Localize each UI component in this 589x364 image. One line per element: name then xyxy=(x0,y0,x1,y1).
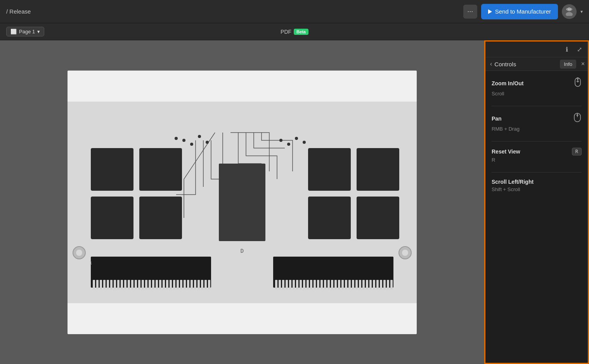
page-icon: ⬜ xyxy=(10,29,17,35)
reset-control: Reset View R R xyxy=(492,148,582,163)
svg-rect-92 xyxy=(383,280,386,290)
svg-rect-40 xyxy=(142,280,144,290)
breadcrumb: / Release xyxy=(6,8,463,15)
pan-description: RMB + Drag xyxy=(492,126,582,132)
svg-rect-44 xyxy=(156,280,158,290)
svg-point-15 xyxy=(206,141,209,144)
svg-rect-8 xyxy=(139,148,182,191)
svg-point-18 xyxy=(287,143,290,146)
svg-rect-52 xyxy=(184,280,186,290)
svg-rect-69 xyxy=(303,280,305,290)
svg-rect-85 xyxy=(359,280,361,290)
svg-rect-79 xyxy=(338,280,340,290)
expand-icon: ⤢ xyxy=(577,46,582,53)
svg-rect-65 xyxy=(289,280,291,290)
divider-1 xyxy=(492,106,582,106)
app-header: / Release ··· Send to Manufacturer xyxy=(0,0,589,23)
panel-title: Controls xyxy=(494,61,516,67)
pcb-viewer[interactable]: D 1 xyxy=(68,71,417,334)
svg-rect-23 xyxy=(308,197,351,239)
svg-text:1: 1 xyxy=(90,261,92,265)
scroll-lr-label: Scroll Left/Right xyxy=(492,179,534,185)
pan-row: Pan xyxy=(492,112,582,124)
play-icon xyxy=(488,9,492,14)
info-icon-button[interactable]: ℹ xyxy=(561,44,572,55)
svg-rect-90 xyxy=(376,280,379,290)
pdf-label-group: PDF Beta xyxy=(281,29,308,35)
zoom-label: Zoom In/Out xyxy=(492,80,523,86)
svg-rect-84 xyxy=(355,280,358,290)
more-button[interactable]: ··· xyxy=(463,5,477,19)
svg-rect-62 xyxy=(279,280,281,290)
svg-rect-49 xyxy=(173,280,175,290)
svg-rect-83 xyxy=(352,280,354,290)
svg-rect-76 xyxy=(327,280,330,290)
svg-point-17 xyxy=(279,139,282,142)
svg-rect-38 xyxy=(135,280,137,290)
svg-rect-75 xyxy=(324,280,326,290)
svg-rect-26 xyxy=(93,280,95,290)
zoom-row: Zoom In/Out xyxy=(492,77,582,89)
svg-rect-39 xyxy=(138,280,140,290)
svg-point-12 xyxy=(182,139,185,142)
expand-button[interactable]: ⤢ xyxy=(574,44,585,55)
svg-rect-53 xyxy=(187,280,189,290)
svg-rect-91 xyxy=(380,280,382,290)
svg-rect-50 xyxy=(177,280,179,290)
svg-point-98 xyxy=(402,250,408,256)
svg-rect-47 xyxy=(166,280,168,290)
svg-rect-54 xyxy=(191,280,193,290)
svg-rect-74 xyxy=(320,280,323,290)
pan-control: Pan RMB + Drag xyxy=(492,112,582,132)
svg-rect-46 xyxy=(163,280,165,290)
svg-rect-67 xyxy=(296,280,298,290)
panel-close-button[interactable]: × xyxy=(581,60,585,67)
svg-rect-64 xyxy=(286,280,288,290)
svg-rect-86 xyxy=(362,280,365,290)
svg-rect-93 xyxy=(387,280,389,290)
svg-rect-36 xyxy=(128,280,130,290)
svg-rect-56 xyxy=(197,280,200,290)
svg-rect-78 xyxy=(334,280,337,290)
svg-rect-22 xyxy=(357,148,399,191)
svg-rect-31 xyxy=(110,280,113,290)
svg-rect-72 xyxy=(314,280,316,290)
canvas-area[interactable]: D 1 xyxy=(0,40,484,364)
svg-rect-63 xyxy=(282,280,284,290)
svg-rect-33 xyxy=(117,280,120,290)
svg-point-14 xyxy=(198,135,201,138)
svg-rect-61 xyxy=(275,280,277,290)
svg-rect-7 xyxy=(91,148,133,191)
panel-header: ‹ Controls Info × xyxy=(485,57,588,71)
toolbar: ⬜ Page 1 ▾ PDF Beta xyxy=(0,23,589,40)
controls-panel: ℹ ⤢ ‹ Controls Info × Zoom In/Out xyxy=(484,40,589,364)
avatar-icon xyxy=(564,5,575,18)
svg-rect-11 xyxy=(219,164,265,241)
reset-row: Reset View R xyxy=(492,148,582,155)
reset-label: Reset View xyxy=(492,148,520,155)
svg-rect-28 xyxy=(100,280,102,290)
back-button[interactable]: ‹ xyxy=(490,60,492,67)
svg-rect-71 xyxy=(310,280,312,290)
send-to-manufacturer-button[interactable]: Send to Manufacturer xyxy=(481,4,558,19)
main-area: D 1 ℹ ⤢ ‹ Controls Info × xyxy=(0,40,589,364)
svg-rect-48 xyxy=(170,280,172,290)
panel-top-bar: ℹ ⤢ xyxy=(485,41,588,57)
scroll-lr-description: Shift + Scroll xyxy=(492,186,582,192)
svg-point-19 xyxy=(295,137,298,140)
zoom-description: Scroll xyxy=(492,91,582,97)
svg-rect-81 xyxy=(345,280,347,290)
page-selector[interactable]: ⬜ Page 1 ▾ xyxy=(6,27,44,36)
avatar-chevron-icon[interactable]: ▾ xyxy=(580,9,583,14)
scroll-lr-row: Scroll Left/Right xyxy=(492,179,582,185)
header-actions: ··· Send to Manufacturer ▾ xyxy=(463,4,583,19)
divider-2 xyxy=(492,141,582,141)
svg-rect-27 xyxy=(96,280,99,290)
pdf-text: PDF xyxy=(281,29,291,35)
avatar[interactable] xyxy=(562,4,577,19)
svg-point-13 xyxy=(190,143,193,146)
svg-rect-94 xyxy=(390,280,393,290)
svg-rect-24 xyxy=(357,197,399,239)
page-label: Page 1 xyxy=(19,29,35,35)
svg-rect-34 xyxy=(121,280,123,290)
